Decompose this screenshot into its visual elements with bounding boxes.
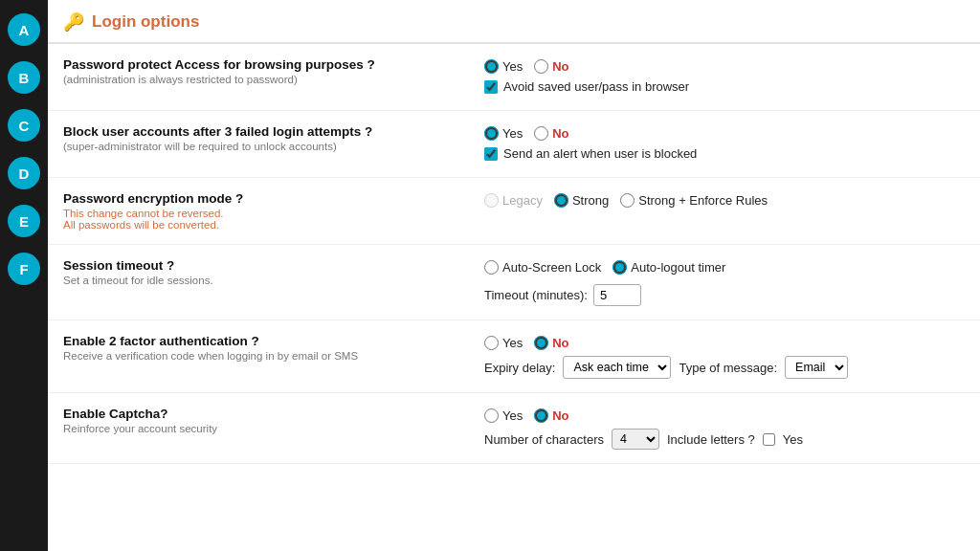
radio-yes-a[interactable]: Yes	[484, 59, 523, 74]
letters-label-f: Include letters ?	[667, 432, 755, 447]
option-right-e: Yes No Expiry delay: Ask each time 1 hou…	[484, 334, 965, 379]
checkbox-avoid-saved-a[interactable]: Avoid saved user/pass in browser	[484, 79, 965, 94]
message-select-e[interactable]: Email SMS	[785, 356, 848, 379]
option-sublabel-a: (administration is always restricted to …	[63, 74, 465, 85]
sidebar-letter-f[interactable]: F	[8, 253, 40, 285]
option-row-e: Enable 2 factor authentication ? Receive…	[48, 320, 980, 393]
chars-label-f: Number of characters	[484, 432, 604, 447]
sidebar: ABCDEF	[0, 0, 48, 551]
option-left-e: Enable 2 factor authentication ? Receive…	[63, 334, 484, 362]
radio-group-a: Yes No	[484, 59, 965, 74]
chars-select-f[interactable]: 4 5 6 7 8	[612, 429, 659, 450]
option-row-d: Session timeout ? Set a timeout for idle…	[48, 245, 980, 320]
radio-no-a[interactable]: No	[534, 59, 568, 74]
radio-enforce-c[interactable]: Strong + Enforce Rules	[620, 193, 768, 208]
radio-group-b: Yes No	[484, 126, 965, 141]
radio-no-f[interactable]: No	[534, 408, 568, 423]
radio-no-e[interactable]: No	[534, 336, 568, 350]
radio-group-f: Yes No	[484, 408, 965, 423]
checkbox-alert-b[interactable]: Send an alert when user is blocked	[484, 146, 965, 161]
option-left-c: Password encryption mode ? This change c…	[63, 191, 484, 231]
checkbox-label-b: Send an alert when user is blocked	[503, 146, 697, 161]
option-right-b: Yes No Send an alert when user is blocke…	[484, 124, 965, 161]
radio-yes-f[interactable]: Yes	[484, 408, 523, 423]
option-label-c: Password encryption mode ?	[63, 191, 465, 206]
option-row-a: Password protect Access for browsing pur…	[48, 44, 980, 111]
letters-checkbox-f[interactable]	[763, 433, 775, 446]
radio-yes-b[interactable]: Yes	[484, 126, 523, 141]
option-right-f: Yes No Number of characters 4 5 6 7 8 In…	[484, 407, 965, 450]
option-sublabel-d: Set a timeout for idle sessions.	[63, 275, 465, 286]
option-label-b: Block user accounts after 3 failed login…	[63, 124, 465, 139]
radio-autologout-d[interactable]: Auto-logout timer	[612, 260, 725, 275]
option-left-d: Session timeout ? Set a timeout for idle…	[63, 258, 484, 286]
radio-legacy-c[interactable]: Legacy	[484, 193, 543, 208]
expiry-row-e: Expiry delay: Ask each time 1 hour 1 day…	[484, 356, 965, 379]
option-sublabel-b: (super-administrator will be required to…	[63, 141, 465, 152]
option-label-a: Password protect Access for browsing pur…	[63, 57, 465, 72]
radio-group-e: Yes No	[484, 336, 965, 350]
option-sublabel-e: Receive a verification code when logging…	[63, 350, 465, 362]
page-header: 🔑 Login options	[48, 0, 980, 44]
radio-strong-c[interactable]: Strong	[554, 193, 609, 208]
option-left-a: Password protect Access for browsing pur…	[63, 57, 484, 85]
radio-group-d: Auto-Screen Lock Auto-logout timer	[484, 260, 965, 275]
main-content: 🔑 Login options Password protect Access …	[48, 0, 980, 551]
expiry-select-e[interactable]: Ask each time 1 hour 1 day 1 week	[563, 356, 671, 379]
option-left-f: Enable Captcha? Reinforce your account s…	[63, 407, 484, 434]
option-label-f: Enable Captcha?	[63, 407, 465, 421]
option-label-d: Session timeout ?	[63, 258, 465, 273]
sidebar-letter-e[interactable]: E	[8, 205, 40, 237]
sidebar-letter-a[interactable]: A	[8, 13, 40, 46]
option-row-c: Password encryption mode ? This change c…	[48, 178, 980, 245]
key-icon: 🔑	[63, 11, 84, 33]
option-right-a: Yes No Avoid saved user/pass in browser	[484, 57, 965, 94]
radio-yes-e[interactable]: Yes	[484, 336, 523, 350]
option-left-b: Block user accounts after 3 failed login…	[63, 124, 484, 152]
option-sublabel-f: Reinforce your account security	[63, 423, 465, 434]
message-label-e: Type of message:	[679, 361, 777, 375]
chars-row-f: Number of characters 4 5 6 7 8 Include l…	[484, 429, 965, 450]
expiry-label-e: Expiry delay:	[484, 361, 555, 375]
page-title: Login options	[92, 12, 199, 32]
radio-no-b[interactable]: No	[534, 126, 568, 141]
option-right-d: Auto-Screen Lock Auto-logout timer Timeo…	[484, 258, 965, 306]
yes-label-f: Yes	[783, 432, 803, 447]
sidebar-letter-d[interactable]: D	[8, 157, 40, 189]
checkbox-label-a: Avoid saved user/pass in browser	[503, 79, 689, 94]
sidebar-letter-c[interactable]: C	[8, 109, 40, 142]
radio-group-c: Legacy Strong Strong + Enforce Rules	[484, 193, 965, 208]
option-row-b: Block user accounts after 3 failed login…	[48, 111, 980, 178]
option-right-c: Legacy Strong Strong + Enforce Rules	[484, 191, 965, 208]
option-label-e: Enable 2 factor authentication ?	[63, 334, 465, 348]
timeout-label-d: Timeout (minutes):	[484, 288, 588, 302]
timeout-input-d[interactable]	[593, 284, 641, 306]
option-row-f: Enable Captcha? Reinforce your account s…	[48, 393, 980, 464]
radio-autoscreen-d[interactable]: Auto-Screen Lock	[484, 260, 601, 275]
option-sublabel-c: This change cannot be reversed.All passw…	[63, 208, 465, 231]
sidebar-letter-b[interactable]: B	[8, 61, 40, 94]
timeout-row-d: Timeout (minutes):	[484, 284, 965, 306]
